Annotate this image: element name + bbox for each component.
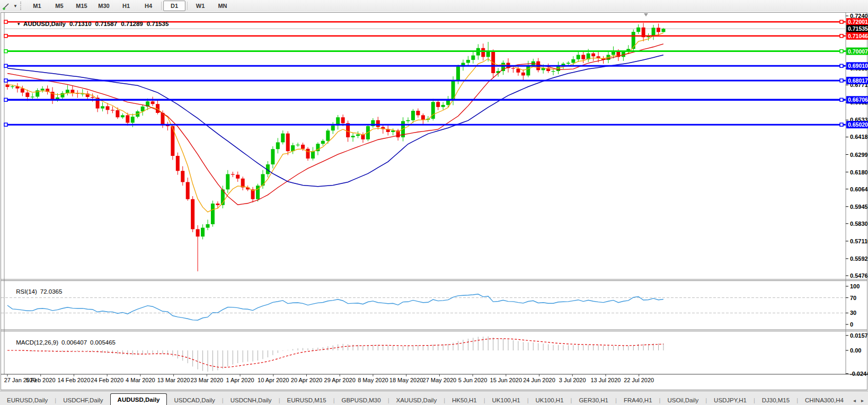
- timeframe-button-d1[interactable]: D1: [163, 1, 185, 11]
- timeframe-button-m30[interactable]: M30: [93, 1, 115, 11]
- chart-window[interactable]: 0.724050.712150.700250.688350.677150.665…: [0, 12, 868, 391]
- date-label: 24 Feb 2020: [91, 377, 123, 383]
- price-badge-0.72001: 0.72001: [848, 19, 868, 25]
- chart-tab-fra40-h1[interactable]: FRA40,H1: [617, 395, 659, 405]
- panel-borders: [1, 13, 867, 390]
- rsi-name: RSI(14): [16, 288, 37, 295]
- svg-text:0.62990: 0.62990: [850, 152, 868, 158]
- svg-text:0.015741: 0.015741: [850, 332, 868, 339]
- line-tool-glyph: [2, 2, 10, 10]
- svg-text:70: 70: [850, 295, 856, 301]
- timeframe-button-h1[interactable]: H1: [115, 1, 137, 11]
- chart-tab-eurusd-daily[interactable]: EURUSD,Daily: [0, 395, 55, 405]
- date-label: 10 Apr 2020: [258, 377, 289, 383]
- tool-dropdown-caret-icon[interactable]: ▼: [12, 4, 19, 8]
- date-label: 22 Jul 2020: [624, 377, 654, 383]
- price-badge-0.65020: 0.65020: [848, 121, 868, 128]
- chart-tab-uk100-h1[interactable]: UK100,H1: [485, 395, 527, 405]
- chart-tab-audusd-daily[interactable]: AUDUSD,Daily: [110, 393, 167, 405]
- chart-tab-ger30-h1[interactable]: GER30,H1: [572, 395, 615, 405]
- date-label: 13 Jul 2020: [591, 377, 621, 383]
- ma-slow-line: [7, 55, 663, 187]
- svg-text:0.64180: 0.64180: [850, 134, 868, 140]
- chart-tabs: EURUSD,Daily|USDCHF,DailyAUDUSD,DailyUSD…: [0, 393, 851, 405]
- candles-layer: [6, 23, 666, 271]
- date-label: 18 May 2020: [389, 377, 423, 383]
- svg-text:0.58300: 0.58300: [850, 221, 868, 227]
- timeframe-button-mn[interactable]: MN: [211, 1, 234, 11]
- svg-text:100: 100: [850, 283, 860, 289]
- date-label: 29 Apr 2020: [324, 377, 356, 383]
- chart-tab-hk50-h1[interactable]: HK50,H1: [445, 395, 484, 405]
- date-label: 27 May 2020: [423, 377, 457, 383]
- price-badge-0.69010: 0.69010: [848, 63, 868, 69]
- svg-text:0.57110: 0.57110: [850, 238, 868, 244]
- chart-tab-gbpusd-m30[interactable]: GBPUSD,M30: [334, 395, 387, 405]
- chart-tab-china300-h4[interactable]: CHINA300,H4: [798, 395, 851, 405]
- chart-tab-usdchf-daily[interactable]: USDCHF,Daily: [56, 395, 110, 405]
- svg-text:-0.024412: -0.024412: [850, 371, 868, 377]
- chart-tab-bar: EURUSD,Daily|USDCHF,DailyAUDUSD,DailyUSD…: [0, 391, 868, 405]
- chart-tab-dj30-m15[interactable]: DJ30,M15: [755, 395, 796, 405]
- chart-tab-eurusd-m15[interactable]: EURUSD,M15: [280, 395, 333, 405]
- date-label: 14 Feb 2020: [58, 377, 91, 383]
- chart-tab-usdcnh-daily[interactable]: USDCNH,Daily: [224, 395, 279, 405]
- svg-text:0.59455: 0.59455: [850, 204, 868, 210]
- price-chart-canvas[interactable]: 0.724050.712150.700250.688350.677150.665…: [0, 12, 868, 391]
- application-window: ▼ M1M5M15M30H1H4D1W1MN 0.724050.712150.7…: [0, 0, 868, 405]
- chart-tab-usoil-daily[interactable]: USOil,Daily: [660, 395, 705, 405]
- price-badge-0.71535: 0.71535: [848, 25, 868, 32]
- macd-signal-value: 0.005465: [90, 339, 116, 346]
- horizontal-lines-layer: [4, 20, 846, 126]
- svg-text:0.00: 0.00: [850, 347, 861, 354]
- price-badge-0.66706: 0.66706: [848, 96, 868, 103]
- svg-text:0.54765: 0.54765: [850, 272, 868, 279]
- chart-title: ▼AUDUSD,Daily0.713100.715870.712890.7153…: [6, 14, 169, 33]
- timeframe-button-w1[interactable]: W1: [189, 1, 211, 11]
- tab-scroll-right-icon[interactable]: ▸: [858, 398, 866, 403]
- svg-text:0: 0: [850, 321, 853, 328]
- price-badge-0.70007: 0.70007: [848, 48, 868, 55]
- toolbar-grip-handle[interactable]: [20, 2, 24, 10]
- ohlc-low: 0.71289: [121, 21, 143, 27]
- chart-line-tool-icon[interactable]: [0, 1, 12, 11]
- toolbar-separator: [161, 2, 162, 10]
- timeframe-button-m5[interactable]: M5: [48, 1, 70, 11]
- svg-text:0.72405: 0.72405: [850, 13, 868, 19]
- chart-shift-marker-icon[interactable]: [644, 13, 648, 16]
- date-label: 23 Mar 2020: [190, 377, 223, 383]
- date-label: 5 Jun 2020: [458, 377, 487, 383]
- svg-text:0.55920: 0.55920: [850, 256, 868, 262]
- price-badge-0.71046: 0.71046: [848, 33, 868, 39]
- date-label: 13 Mar 2020: [157, 377, 190, 383]
- timeframe-button-m15[interactable]: M15: [70, 1, 93, 11]
- chart-tab-usdcad-daily[interactable]: USDCAD,Daily: [167, 395, 222, 405]
- date-label: 1 Apr 2020: [226, 377, 254, 383]
- date-label: 5 Feb 2020: [26, 377, 56, 383]
- timeframe-buttons-group: M1M5M15M30H1H4D1W1MN: [26, 1, 234, 11]
- ohlc-high: 0.71587: [95, 21, 118, 27]
- date-label: 4 Mar 2020: [126, 377, 155, 383]
- rsi-panel: [1, 294, 846, 320]
- rsi-indicator-label: RSI(14)72.0365: [6, 282, 65, 301]
- timeframe-button-m1[interactable]: M1: [26, 1, 48, 11]
- toolbar-separator: [187, 2, 188, 10]
- chart-title-dropdown-icon[interactable]: ▼: [16, 22, 21, 27]
- price-badge-0.68017: 0.68017: [848, 77, 868, 84]
- macd-name: MACD(12,26,9): [16, 339, 58, 346]
- date-label: 20 Apr 2020: [291, 377, 322, 383]
- ohlc-open: 0.71310: [69, 21, 92, 27]
- date-label: 3 Jul 2020: [559, 377, 586, 383]
- date-axis: 27 Jan 20205 Feb 202014 Feb 202024 Feb 2…: [4, 374, 654, 383]
- tab-scroll-arrows: ◂ ▸: [851, 395, 868, 405]
- chart-tab-xauusd-daily[interactable]: XAUUSD,Daily: [389, 395, 444, 405]
- date-label: 15 Jun 2020: [490, 377, 522, 383]
- date-label: 24 Jun 2020: [523, 377, 555, 383]
- chart-tab-uk100-h1[interactable]: UK100,H1: [528, 395, 570, 405]
- chart-tab-usdjpy-h1[interactable]: USDJPY,H1: [707, 395, 754, 405]
- timeframe-button-h4[interactable]: H4: [137, 1, 160, 11]
- tab-scroll-left-icon[interactable]: ◂: [851, 398, 858, 403]
- price-badges: 0.720010.715350.710460.700070.690100.680…: [846, 18, 868, 128]
- rsi-value: 72.0365: [40, 288, 63, 295]
- date-label: 8 May 2020: [358, 377, 388, 383]
